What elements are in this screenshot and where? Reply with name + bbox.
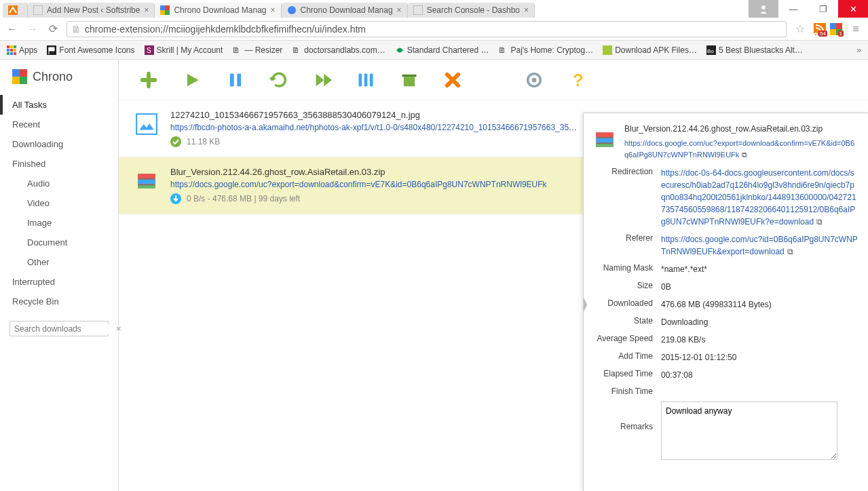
browser-tab[interactable]: Add New Post ‹ Softstribe × bbox=[28, 3, 155, 18]
bookmark-item[interactable]: Standard Chartered … bbox=[395, 45, 489, 55]
browser-tab[interactable]: Chrono Download Manag × bbox=[282, 3, 408, 18]
svg-rect-37 bbox=[370, 73, 373, 86]
bookmark-item[interactable]: 🗎Paj's Home: Cryptog… bbox=[498, 45, 593, 55]
address-bar[interactable]: 🗎 chrome-extension://mciiogijehkdemklbdc… bbox=[67, 21, 787, 37]
main-panel: ? 12274210_10153466671957663_35638885304… bbox=[119, 60, 868, 491]
svg-rect-47 bbox=[138, 180, 155, 184]
tab-favicon bbox=[33, 5, 43, 15]
sidebar-item-recent[interactable]: Recent bbox=[0, 115, 118, 134]
svg-rect-21 bbox=[10, 52, 13, 55]
svg-rect-4 bbox=[160, 10, 165, 15]
detail-avg-speed: 219.08 KB/s bbox=[661, 334, 858, 346]
detail-redirection[interactable]: https://doc-0s-64-docs.googleusercontent… bbox=[661, 167, 858, 228]
svg-text:?: ? bbox=[573, 71, 584, 90]
svg-rect-19 bbox=[14, 49, 16, 52]
sidebar-item-audio[interactable]: Audio bbox=[0, 174, 118, 193]
tab-close-icon[interactable]: × bbox=[397, 5, 402, 15]
rss-extension-icon[interactable]: 54 bbox=[814, 23, 826, 35]
chrono-extension-icon[interactable]: 1 bbox=[830, 23, 842, 35]
detail-finish bbox=[661, 387, 858, 396]
svg-rect-12 bbox=[830, 29, 836, 35]
sidebar-item-recycle-bin[interactable]: Recycle Bin bbox=[0, 292, 118, 311]
svg-rect-3 bbox=[165, 5, 170, 10]
bookmark-apps[interactable]: Apps bbox=[7, 45, 37, 55]
star-icon[interactable]: ☆ bbox=[793, 22, 807, 35]
browser-tab-active[interactable]: Chrono Download Manag × bbox=[155, 3, 281, 18]
tab-close-icon[interactable]: × bbox=[271, 5, 276, 15]
tab-close-icon[interactable]: × bbox=[144, 5, 149, 15]
detail-referer[interactable]: https://docs.google.com/uc?id=0B6q6aIPg8… bbox=[661, 233, 858, 258]
search-input[interactable] bbox=[14, 324, 116, 334]
detail-naming-mask: *name*.*ext* bbox=[661, 263, 858, 275]
delete-button[interactable] bbox=[443, 71, 462, 90]
svg-rect-30 bbox=[20, 69, 27, 77]
back-icon[interactable]: ← bbox=[5, 23, 19, 35]
svg-rect-39 bbox=[402, 74, 417, 77]
tab-favicon bbox=[160, 5, 170, 15]
doc-icon: 🗎 bbox=[232, 45, 242, 55]
sidebar-item-finished[interactable]: Finished bbox=[0, 154, 118, 174]
copy-icon[interactable]: ⧉ bbox=[742, 149, 747, 161]
sidebar-item-document[interactable]: Document bbox=[0, 233, 118, 252]
detail-size: 0B bbox=[661, 281, 858, 293]
browser-tab[interactable] bbox=[3, 3, 28, 18]
sidebar-item-other[interactable]: Other bbox=[0, 252, 118, 272]
svg-rect-35 bbox=[359, 73, 362, 86]
bookmark-item[interactable]: SSkrill | My Account bbox=[145, 45, 223, 55]
copy-icon[interactable]: ⧉ bbox=[816, 216, 823, 228]
maximize-button[interactable]: ❐ bbox=[808, 0, 838, 18]
detail-state: Downloading bbox=[661, 316, 858, 328]
user-button[interactable] bbox=[749, 0, 778, 18]
bookmark-item[interactable]: 🗎— Resizer bbox=[232, 45, 282, 55]
tab-title: Search Console - Dashbo bbox=[427, 5, 520, 15]
minimize-button[interactable]: — bbox=[778, 0, 808, 18]
svg-rect-52 bbox=[596, 138, 614, 142]
page-icon: 🗎 bbox=[71, 24, 81, 35]
svg-rect-29 bbox=[12, 69, 20, 77]
clear-button[interactable] bbox=[400, 71, 419, 90]
add-button[interactable] bbox=[139, 71, 158, 90]
svg-rect-5 bbox=[165, 10, 170, 15]
start-all-button[interactable] bbox=[313, 71, 332, 90]
tab-close-icon[interactable]: × bbox=[524, 5, 529, 15]
copy-icon[interactable]: ⧉ bbox=[787, 246, 793, 258]
window-titlebar: Add New Post ‹ Softstribe × Chrono Downl… bbox=[0, 0, 868, 18]
svg-rect-1 bbox=[33, 5, 43, 15]
browser-tab[interactable]: Search Console - Dashbo × bbox=[408, 3, 535, 18]
bookmark-item[interactable]: Font Awesome Icons bbox=[47, 45, 134, 55]
sidebar-item-video[interactable]: Video bbox=[0, 193, 118, 213]
bookmarks-overflow-icon[interactable]: » bbox=[856, 45, 861, 55]
label-downloaded: Downloaded bbox=[593, 298, 661, 311]
sidebar-item-image[interactable]: Image bbox=[0, 213, 118, 233]
detail-add-time: 2015-12-01 01:12:50 bbox=[661, 351, 858, 364]
browser-tabs: Add New Post ‹ Softstribe × Chrono Downl… bbox=[0, 0, 749, 18]
pause-all-button[interactable] bbox=[356, 71, 375, 90]
svg-point-44 bbox=[170, 136, 181, 147]
panel-expand-icon[interactable]: ❭ bbox=[583, 289, 592, 316]
apk-icon bbox=[603, 45, 612, 55]
svg-text:Bo: Bo bbox=[707, 48, 714, 54]
pause-button[interactable] bbox=[226, 71, 245, 90]
chrono-logo-icon bbox=[12, 69, 27, 84]
reload-icon[interactable]: ⟳ bbox=[46, 22, 60, 35]
close-button[interactable]: ✕ bbox=[838, 0, 868, 18]
bookmark-item[interactable]: Download APK Files… bbox=[603, 45, 697, 55]
remarks-textarea[interactable] bbox=[661, 401, 837, 460]
detail-url[interactable]: https://docs.google.com/uc?export=downlo… bbox=[624, 138, 858, 160]
svg-rect-51 bbox=[596, 132, 614, 136]
svg-rect-14 bbox=[7, 45, 10, 48]
settings-button[interactable] bbox=[525, 71, 544, 90]
restart-button[interactable] bbox=[269, 71, 288, 90]
start-button[interactable] bbox=[183, 71, 202, 90]
sidebar-item-interrupted[interactable]: Interrupted bbox=[0, 272, 118, 292]
bookmark-item[interactable]: Bo5 Best Bluestacks Alt… bbox=[706, 45, 803, 55]
menu-icon[interactable]: ≡ bbox=[849, 23, 863, 35]
search-downloads[interactable]: × bbox=[10, 321, 109, 336]
window-controls: — ❐ ✕ bbox=[749, 0, 868, 18]
bookmark-item[interactable]: 🗎doctorsandlabs.com… bbox=[292, 45, 385, 55]
sidebar-item-all-tasks[interactable]: All Tasks bbox=[0, 95, 118, 115]
forward-icon[interactable]: → bbox=[26, 23, 39, 35]
sidebar-item-downloading[interactable]: Downloading bbox=[0, 134, 118, 154]
help-button[interactable]: ? bbox=[568, 71, 587, 90]
svg-rect-10 bbox=[830, 23, 836, 29]
